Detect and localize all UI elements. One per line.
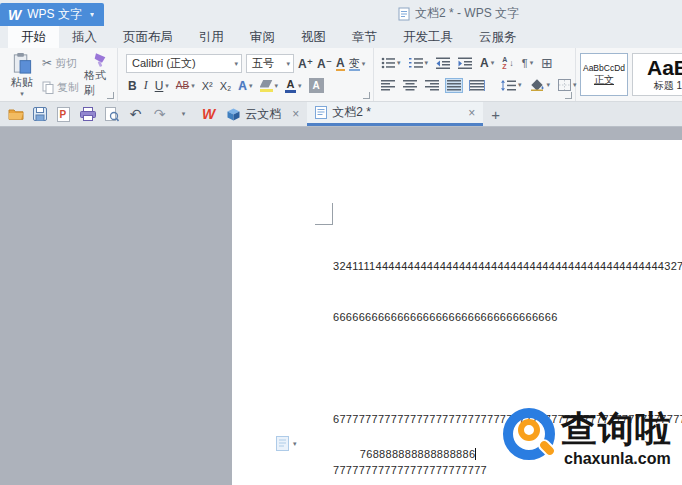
grow-font-button[interactable]: A⁺ [298, 57, 313, 71]
numbered-list-icon [409, 57, 423, 69]
text-line[interactable] [333, 360, 682, 377]
undo-button[interactable]: ↶ [127, 105, 144, 123]
tab-review[interactable]: 审阅 [237, 26, 288, 48]
wps-app-menu-label: WPS 文字 [27, 6, 82, 23]
styles-group: AaBbCcDd 正文 AaB 标题 1 [576, 48, 682, 101]
text-effects-icon: A [238, 79, 247, 93]
tab-document2-label: 文档2 * [332, 104, 371, 121]
print-preview-icon [105, 107, 119, 122]
sort-button[interactable]: A Z ↓ [501, 55, 515, 71]
numbering-button[interactable]: ▾ [408, 56, 430, 70]
phonetic-guide-button[interactable]: 变 ▾ [349, 57, 366, 71]
copy-button[interactable]: 复制 [42, 79, 79, 95]
tab-view[interactable]: 视图 [288, 26, 339, 48]
decrease-indent-button[interactable] [435, 56, 451, 70]
highlight-color-button[interactable]: ▾ [260, 80, 279, 92]
wps-app-menu-button[interactable]: W WPS 文字 ▾ [0, 3, 104, 26]
paint-bucket-icon [530, 79, 545, 91]
insert-page-button[interactable]: ▾ [276, 436, 297, 451]
bold-button[interactable]: B [128, 79, 137, 93]
text-line[interactable]: 768888888888888886 [360, 448, 476, 460]
show-paragraph-marks-button[interactable]: ¶ ▾ [521, 56, 534, 70]
distribute-button[interactable] [468, 79, 486, 92]
table-grid-button[interactable]: ⊞ [540, 55, 554, 71]
print-preview-button[interactable] [103, 105, 120, 123]
export-pdf-button[interactable]: P [55, 105, 72, 123]
svg-text:P: P [60, 109, 67, 120]
qat-more-button[interactable]: ▾ [175, 105, 192, 123]
style-heading1-name: 标题 1 [654, 79, 682, 93]
text-effects-button[interactable]: A ▾ [238, 79, 252, 93]
character-shading-button[interactable]: A [309, 78, 324, 93]
text-tools-button[interactable]: A ▾ [479, 55, 495, 71]
increase-indent-button[interactable] [457, 56, 473, 70]
wps-home-button[interactable]: W [198, 106, 219, 122]
highlighter-icon [260, 80, 273, 92]
text-cursor [475, 448, 476, 460]
chevron-down-icon: ▾ [518, 81, 522, 89]
caret-text-line[interactable]: 768888888888888886 [333, 436, 476, 472]
ribbon-tabs: 开始 插入 页面布局 引用 审阅 视图 章节 开发工具 云服务 [0, 26, 682, 48]
borders-button[interactable]: ▾ [557, 78, 578, 92]
chevron-down-icon: ▾ [249, 82, 253, 90]
bullets-button[interactable]: ▾ [380, 56, 402, 70]
font-dialog-launcher[interactable] [363, 92, 370, 99]
tab-home[interactable]: 开始 [8, 26, 59, 48]
tab-cloud-services[interactable]: 云服务 [466, 26, 530, 48]
text-line[interactable]: 66666666666666666666666666666666666 [333, 309, 682, 326]
align-right-icon [425, 80, 439, 91]
line-spacing-button[interactable]: ▾ [500, 79, 523, 92]
font-family-select[interactable]: Calibri (正文) ▾ [126, 54, 242, 73]
subscript-button[interactable]: X₂ [220, 80, 232, 92]
chevron-down-icon: ▾ [286, 60, 290, 68]
underline-button[interactable]: U ▾ [155, 79, 169, 93]
text-line[interactable]: 3241111444444444444444444444444444444444… [333, 258, 682, 275]
align-right-button[interactable] [424, 79, 440, 92]
align-left-button[interactable] [380, 79, 396, 92]
new-tab-button[interactable]: + [483, 106, 508, 123]
close-icon[interactable]: × [292, 107, 299, 121]
save-floppy-icon [33, 107, 47, 121]
tab-document2[interactable]: 文档2 * × [307, 102, 483, 126]
tab-section[interactable]: 章节 [339, 26, 390, 48]
superscript-button[interactable]: X² [202, 80, 213, 92]
print-button[interactable] [79, 105, 96, 123]
paste-button[interactable]: 粘贴 ▾ [5, 52, 39, 98]
tab-references[interactable]: 引用 [186, 26, 237, 48]
font-family-value: Calibri (正文) [132, 56, 196, 71]
font-color-icon: A [285, 79, 296, 93]
chevron-down-icon: ▾ [234, 60, 238, 68]
style-normal[interactable]: AaBbCcDd 正文 [580, 53, 628, 96]
text-tools-icon: A [480, 56, 489, 70]
strikethrough-icon: AB [176, 80, 189, 91]
cut-button[interactable]: ✂ 剪切 [42, 55, 77, 71]
tab-page-layout[interactable]: 页面布局 [110, 26, 186, 48]
save-button[interactable] [31, 105, 48, 123]
italic-button[interactable]: I [144, 78, 148, 93]
font-size-value: 五号 [252, 56, 274, 71]
chevron-down-icon: ▾ [275, 82, 279, 90]
tab-cloud-docs[interactable]: 云文档 × [219, 102, 307, 126]
underline-icon: U [155, 79, 164, 93]
tab-insert[interactable]: 插入 [59, 26, 110, 48]
tab-developer[interactable]: 开发工具 [390, 26, 466, 48]
redo-button[interactable]: ↷ [151, 105, 168, 123]
close-icon[interactable]: × [468, 106, 475, 120]
strikethrough-button[interactable]: AB ▾ [176, 80, 195, 91]
paragraph-dialog-launcher[interactable] [565, 92, 572, 99]
justify-button[interactable] [446, 79, 462, 92]
document-icon [398, 7, 410, 21]
watermark-domain: chaxunla.com [564, 450, 671, 468]
shading-button[interactable]: ▾ [529, 78, 552, 92]
sort-az-icon: A Z [502, 56, 507, 70]
align-center-button[interactable] [402, 79, 418, 92]
clipboard-dialog-launcher[interactable] [107, 92, 114, 99]
open-button[interactable] [7, 105, 24, 123]
shrink-font-button[interactable]: A⁻ [317, 57, 332, 71]
clear-formatting-button[interactable]: A [336, 57, 345, 71]
font-size-select[interactable]: 五号 ▾ [246, 54, 294, 73]
style-heading1[interactable]: AaB 标题 1 [632, 53, 682, 96]
font-group: Calibri (正文) ▾ 五号 ▾ A⁺ A⁻ A 变 ▾ B I [118, 48, 374, 101]
font-color-button[interactable]: A ▾ [285, 79, 302, 93]
new-page-icon [276, 436, 289, 451]
